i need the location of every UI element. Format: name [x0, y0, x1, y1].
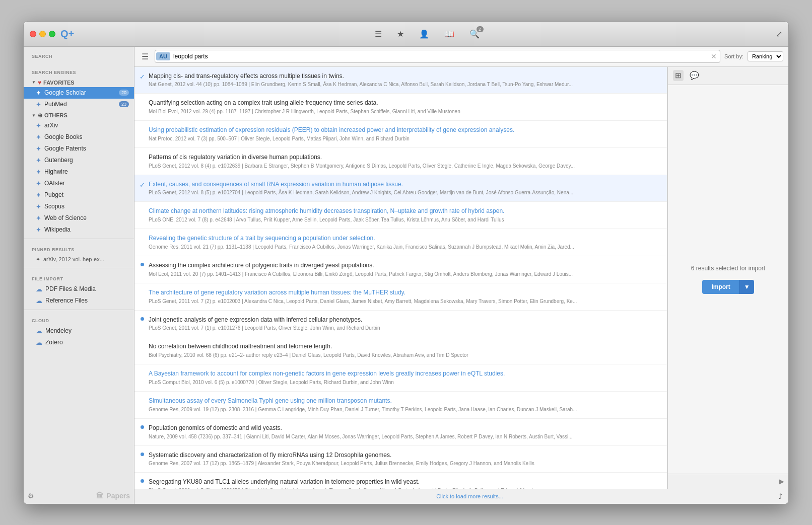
result-item[interactable]: Revealing the genetic structure of a tra…	[134, 229, 667, 256]
result-title[interactable]: Revealing the genetic structure of a tra…	[149, 234, 660, 243]
sidebar-item-reference-files[interactable]: ☁ Reference Files	[24, 295, 134, 307]
share-icon[interactable]: ⤴	[779, 492, 782, 500]
result-item[interactable]: Segregating YKU80 and TLC1 alleles under…	[134, 473, 667, 488]
close-button[interactable]	[30, 31, 36, 37]
pdf-files-label: PDF Files & Media	[45, 285, 96, 292]
sidebar-item-pdf-files[interactable]: ☁ PDF Files & Media	[24, 283, 134, 295]
result-title[interactable]: Extent, causes, and consequences of smal…	[149, 180, 660, 189]
result-item[interactable]: Quantifying selection acting on a comple…	[134, 94, 667, 121]
result-item[interactable]: Systematic discovery and characterizatio…	[134, 446, 667, 473]
import-dropdown-button[interactable]: ▼	[739, 280, 754, 294]
result-title[interactable]: Patterns of cis regulatory variation in …	[149, 153, 660, 162]
zotero-icon: ☁	[36, 339, 42, 346]
star-icon[interactable]: ★	[397, 29, 404, 39]
sidebar-item-arxiv[interactable]: ✦ arXiv	[24, 120, 134, 131]
search-bar[interactable]: AU ✕	[155, 50, 720, 63]
sidebar-item-highwire[interactable]: ✦ Highwire	[24, 166, 134, 178]
book-icon[interactable]: 📖	[444, 29, 454, 39]
search-clear-icon[interactable]: ✕	[708, 52, 720, 60]
result-title[interactable]: The architecture of gene regulatory vari…	[149, 288, 660, 297]
result-item[interactable]: Climate change at northern latitudes: ri…	[134, 202, 667, 229]
result-item[interactable]: ✓Extent, causes, and consequences of sma…	[134, 175, 667, 202]
result-meta: Mol Ecol, 2011 vol. 20 (7) pp. 1401–1413…	[149, 271, 660, 278]
sidebar-item-pubget[interactable]: ✦ Pubget	[24, 189, 134, 201]
minimize-button[interactable]	[39, 31, 46, 37]
pinned-item-icon: ✦	[36, 256, 40, 263]
sidebar-item-zotero[interactable]: ☁ Zotero	[24, 337, 134, 348]
person-icon[interactable]: 👤	[419, 29, 429, 39]
pinned-item[interactable]: ✦ arXiv, 2012 vol. hep-ex...	[24, 254, 134, 265]
traffic-lights	[30, 31, 55, 37]
bottom-bar: Click to load more results... ⤴	[134, 489, 788, 504]
toolbar-menu-icon[interactable]: ☰	[140, 50, 151, 63]
wikipedia-icon: ✦	[36, 226, 41, 234]
result-item[interactable]: Using probabilistic estimation of expres…	[134, 121, 667, 148]
result-title[interactable]: Using probabilistic estimation of expres…	[149, 126, 660, 134]
result-item[interactable]: ✓Mapping cis- and trans-regulatory effec…	[134, 67, 667, 94]
oaister-label: OAIster	[44, 180, 65, 187]
result-title[interactable]: Joint genetic analysis of gene expressio…	[149, 316, 660, 324]
result-meta: PLoS Genet, 2011 vol. 7 (2) p. e1002003 …	[149, 298, 660, 305]
sort-select[interactable]: Ranking Date Title	[748, 51, 783, 61]
result-title[interactable]: Mapping cis- and trans-regulatory effect…	[149, 72, 660, 81]
maximize-button[interactable]	[49, 31, 55, 37]
divider-1	[24, 239, 134, 239]
gutenberg-label: Gutenberg	[44, 157, 73, 164]
import-button[interactable]: Import	[702, 280, 739, 294]
sidebar-item-gutenberg[interactable]: ✦ Gutenberg	[24, 155, 134, 166]
pinned-item-label: arXiv, 2012 vol. hep-ex...	[43, 256, 104, 262]
result-title[interactable]: Climate change at northern latitudes: ri…	[149, 207, 660, 215]
highwire-label: Highwire	[44, 168, 68, 175]
panel-comment-icon[interactable]: 💬	[688, 70, 701, 81]
fullscreen-icon[interactable]: ⤢	[776, 29, 782, 39]
highwire-icon: ✦	[36, 168, 41, 176]
result-meta: PLoS Comput Biol, 2010 vol. 6 (5) p. e10…	[149, 379, 660, 386]
result-title[interactable]: Systematic discovery and characterizatio…	[149, 451, 660, 460]
arxiv-label: arXiv	[44, 122, 58, 129]
search-input[interactable]	[171, 52, 708, 61]
sidebar-item-google-books[interactable]: ✦ Google Books	[24, 131, 134, 143]
web-of-science-label: Web of Science	[44, 214, 87, 221]
result-item[interactable]: Simultaneous assay of every Salmonella T…	[134, 392, 667, 419]
sidebar-item-web-of-science[interactable]: ✦ Web of Science	[24, 212, 134, 224]
sidebar-item-oaister[interactable]: ✦ OAIster	[24, 178, 134, 189]
gear-icon[interactable]: ⚙	[28, 492, 34, 500]
result-meta: PLoS Genet, 2009 vol. 5 (9) p. e1000659 …	[149, 487, 660, 488]
oaister-icon: ✦	[36, 180, 41, 187]
result-title[interactable]: Population genomics of domestic and wild…	[149, 424, 660, 432]
papers-logo-text: Papers	[106, 492, 130, 500]
sidebar-item-pubmed[interactable]: ✦ PubMed 23	[24, 99, 134, 110]
dot-mark	[141, 453, 144, 456]
result-item[interactable]: Patterns of cis regulatory variation in …	[134, 148, 667, 175]
zotero-label: Zotero	[45, 339, 63, 346]
result-title[interactable]: Quantifying selection acting on a comple…	[149, 99, 660, 107]
result-item[interactable]: Population genomics of domestic and wild…	[134, 419, 667, 446]
result-item[interactable]: Assessing the complex architecture of po…	[134, 256, 667, 283]
glasses-icon[interactable]: 🔍 2	[469, 29, 480, 39]
panel-grid-icon[interactable]: ⊞	[673, 70, 684, 81]
sidebar-item-google-scholar[interactable]: ✦ Google Scholar 20	[24, 87, 134, 99]
sidebar-item-google-patents[interactable]: ✦ Google Patents	[24, 143, 134, 155]
sidebar-engines-section: SEARCH ENGINES ▼ ♥ FAVORITES ✦ Google Sc…	[24, 63, 134, 238]
import-count: 6 results selected for import	[691, 265, 765, 272]
pubmed-label: PubMed	[44, 101, 67, 108]
sidebar-item-mendeley[interactable]: ☁ Mendeley	[24, 325, 134, 337]
sidebar-search-section: SEARCH	[24, 47, 134, 63]
result-item[interactable]: A Bayesian framework to account for comp…	[134, 364, 667, 392]
result-title[interactable]: Segregating YKU80 and TLC1 alleles under…	[149, 478, 660, 486]
glasses-badge: 2	[477, 26, 484, 32]
sidebar-item-scopus[interactable]: ✦ Scopus	[24, 201, 134, 212]
divider-3	[24, 310, 134, 310]
result-title[interactable]: Simultaneous assay of every Salmonella T…	[149, 397, 660, 405]
result-title[interactable]: A Bayesian framework to account for comp…	[149, 369, 660, 378]
result-title[interactable]: Assessing the complex architecture of po…	[149, 261, 660, 270]
load-more[interactable]: Click to load more results...	[161, 493, 779, 499]
right-panel-bottom: ▶	[668, 474, 788, 489]
sidebar-item-wikipedia[interactable]: ✦ Wikipedia	[24, 224, 134, 236]
collapse-arrow-icon[interactable]: ▶	[779, 477, 784, 485]
result-item[interactable]: Joint genetic analysis of gene expressio…	[134, 311, 667, 338]
result-item[interactable]: No correlation between childhood maltrea…	[134, 337, 667, 364]
hamburger-icon[interactable]: ☰	[375, 29, 382, 39]
result-item[interactable]: The architecture of gene regulatory vari…	[134, 283, 667, 311]
result-title[interactable]: No correlation between childhood maltrea…	[149, 342, 660, 351]
